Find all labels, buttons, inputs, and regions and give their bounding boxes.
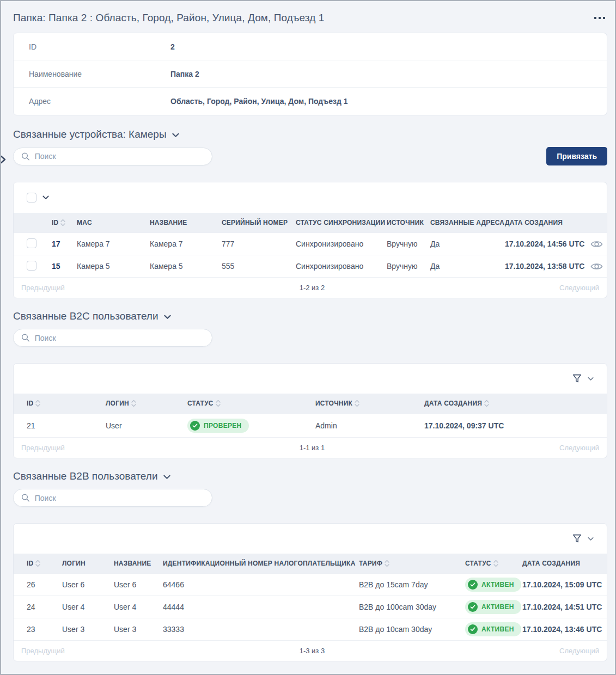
cell-sync: Синхронизировано <box>296 262 387 271</box>
column-header-source[interactable]: ИСТОЧНИК <box>315 400 424 407</box>
column-header-created[interactable]: ДАТА СОЗДАНИЯ <box>424 400 607 407</box>
info-value: 2 <box>170 42 175 51</box>
section-devices-toggle[interactable]: Связанные устройства: Камеры <box>13 128 179 140</box>
cell-created: 17.10.2024, 09:37 UTC <box>424 421 607 430</box>
b2c-search-input[interactable] <box>35 334 204 342</box>
search-icon <box>21 152 30 161</box>
page-range-label: 1-1 из 1 <box>300 444 325 452</box>
cell-source: Admin <box>315 421 424 430</box>
b2c-table-card: ID ЛОГИН СТАТУС ИСТОЧНИК ДАТА СОЗДАНИЯ 2… <box>13 363 607 458</box>
b2b-table-toolbar <box>14 524 607 554</box>
devices-table-card: ID MAC НАЗВАНИЕ СЕРИЙНЫЙ НОМЕР СТАТУС СИ… <box>13 182 607 298</box>
next-page-button[interactable]: Следующий <box>559 284 599 292</box>
cell-linked: Да <box>430 240 505 248</box>
b2b-table-card: ID ЛОГИН НАЗВАНИЕ ИДЕНТИФИКАЦИОННЫЙ НОМЕ… <box>13 523 607 661</box>
cell-id: 24 <box>27 603 62 611</box>
cell-inn: 33333 <box>163 625 359 634</box>
bind-device-button[interactable]: Привязать <box>546 147 607 165</box>
next-page-button[interactable]: Следующий <box>559 444 599 452</box>
table-row[interactable]: 26 User 6 User 6 64466 B2B до 15cam 7day… <box>14 573 607 596</box>
check-circle-icon <box>468 624 478 634</box>
column-header-login[interactable]: ЛОГИН <box>106 400 187 407</box>
cell-name: User 4 <box>114 603 163 611</box>
cell-id: 17 <box>52 240 77 248</box>
table-row[interactable]: 24 User 4 User 4 44444 B2B до 100cam 30d… <box>14 596 607 618</box>
cell-inn: 64466 <box>163 580 359 589</box>
cell-mac: Камера 7 <box>77 240 150 248</box>
column-header-name: НАЗВАНИЕ <box>150 219 222 226</box>
view-device-button[interactable] <box>587 240 607 249</box>
bulk-actions-dropdown[interactable] <box>42 195 49 200</box>
status-badge: АКТИВЕН <box>465 600 521 614</box>
page-range-label: 1-3 из 3 <box>300 647 325 655</box>
column-header-id[interactable]: ID <box>27 560 62 567</box>
chevron-down-icon[interactable] <box>588 537 594 541</box>
b2c-table-toolbar <box>14 364 607 394</box>
cell-login: User 4 <box>62 603 114 611</box>
devices-controls: Привязать <box>13 147 607 165</box>
status-badge: АКТИВЕН <box>465 578 521 592</box>
filter-icon[interactable] <box>572 373 582 384</box>
column-header-id[interactable]: ID <box>52 219 77 226</box>
prev-page-button[interactable]: Предыдущий <box>21 284 65 292</box>
table-row[interactable]: 23 User 3 User 3 33333 B2B до 10cam 30da… <box>14 618 607 640</box>
folder-details-page: Папка: Папка 2 : Область, Город, Район, … <box>1 1 615 661</box>
sort-icon <box>35 400 40 407</box>
b2b-search[interactable] <box>13 489 212 507</box>
section-b2b-title: Связанные B2B пользователи <box>13 470 158 482</box>
devices-pagination: Предыдущий 1-2 из 2 Следующий <box>14 277 607 298</box>
b2c-pagination: Предыдущий 1-1 из 1 Следующий <box>14 437 607 458</box>
cell-created: 17.10.2024, 13:46 UTC <box>522 625 607 634</box>
sort-icon <box>484 400 489 407</box>
sort-icon <box>355 400 359 407</box>
column-header-linked: СВЯЗАННЫЕ АДРЕСА <box>430 219 505 226</box>
view-device-button[interactable] <box>587 262 607 271</box>
next-page-button[interactable]: Следующий <box>559 647 599 655</box>
column-header-created: ДАТА СОЗДАНИЯ <box>505 219 587 226</box>
select-all-checkbox[interactable] <box>27 193 36 202</box>
table-row[interactable]: 21 User ПРОВЕРЕН Admin 17.10.2024, 09:37… <box>14 413 607 437</box>
prev-page-button[interactable]: Предыдущий <box>21 647 65 655</box>
b2b-pagination: Предыдущий 1-3 из 3 Следующий <box>14 640 607 661</box>
folder-info-card: ID 2 Наименование Папка 2 Адрес Область,… <box>13 33 607 115</box>
cell-tariff: B2B до 10cam 30day <box>359 625 465 634</box>
devices-table-toolbar <box>14 182 607 213</box>
cell-created: 17.10.2024, 14:56 UTC <box>505 240 587 248</box>
row-checkbox[interactable] <box>27 238 36 248</box>
sort-icon <box>35 560 40 567</box>
check-circle-icon <box>468 580 478 590</box>
cell-created: 17.10.2024, 14:51 UTC <box>522 603 607 611</box>
check-circle-icon <box>468 602 478 612</box>
column-header-mac: MAC <box>77 219 150 226</box>
column-header-status[interactable]: СТАТУС <box>465 560 522 567</box>
b2c-table-header: ID ЛОГИН СТАТУС ИСТОЧНИК ДАТА СОЗДАНИЯ <box>14 394 607 413</box>
cell-tariff: B2B до 15cam 7day <box>359 580 465 589</box>
chevron-down-icon[interactable] <box>588 377 594 381</box>
info-label: Адрес <box>14 97 170 106</box>
column-header-login: ЛОГИН <box>62 560 114 567</box>
table-row[interactable]: 15 Камера 5 Камера 5 555 Синхронизирован… <box>14 255 607 277</box>
section-b2c-toggle[interactable]: Связанные B2C пользователи <box>13 310 171 322</box>
column-header-serial: СЕРИЙНЫЙ НОМЕР <box>222 219 296 226</box>
row-checkbox[interactable] <box>27 261 36 271</box>
status-label: АКТИВЕН <box>481 603 514 611</box>
cell-inn: 44444 <box>163 603 359 611</box>
column-header-sync: СТАТУС СИНХРОНИЗАЦИИ <box>296 219 387 226</box>
devices-search[interactable] <box>13 148 212 165</box>
devices-search-input[interactable] <box>35 152 204 161</box>
more-actions-button[interactable] <box>592 14 607 22</box>
column-header-status[interactable]: СТАТУС <box>187 400 315 407</box>
info-value: Папка 2 <box>170 70 199 78</box>
section-b2b-toggle[interactable]: Связанные B2B пользователи <box>13 470 170 482</box>
filter-icon[interactable] <box>572 533 582 544</box>
cell-created: 17.10.2024, 13:58 UTC <box>505 262 587 271</box>
sort-icon <box>385 560 389 567</box>
prev-page-button[interactable]: Предыдущий <box>21 444 65 452</box>
b2b-search-input[interactable] <box>35 494 204 502</box>
table-row[interactable]: 17 Камера 7 Камера 7 777 Синхронизирован… <box>14 232 607 255</box>
column-header-id[interactable]: ID <box>27 400 106 407</box>
ellipsis-icon <box>603 17 605 19</box>
search-icon <box>21 493 30 502</box>
b2c-search[interactable] <box>13 329 212 347</box>
column-header-tariff[interactable]: ТАРИФ <box>359 560 465 567</box>
